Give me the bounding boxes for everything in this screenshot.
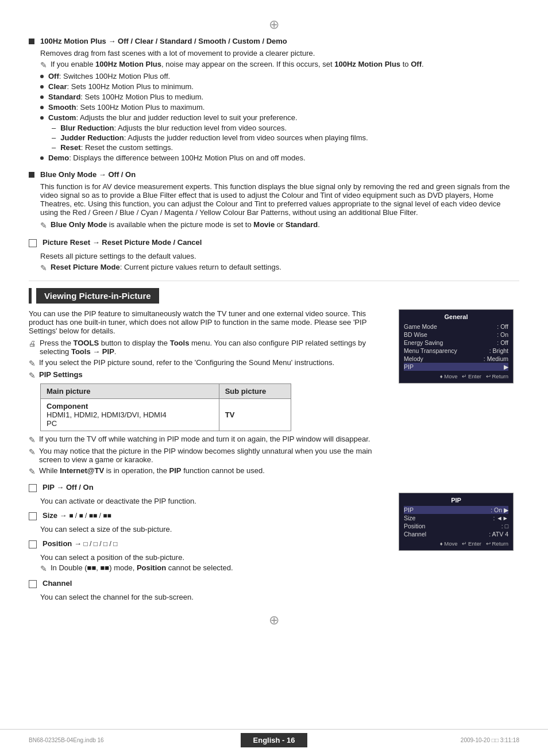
- motion-plus-subtitle: Removes drag from fast scenes with a lot…: [40, 49, 519, 57]
- pip-ui-panels: General Game Mode: Off BD Wise: On Energ…: [399, 309, 519, 551]
- page: ⊕ 100Hz Motion Plus → Off / Clear / Stan…: [0, 0, 548, 756]
- motion-plus-section: 100Hz Motion Plus → Off / Clear / Standa…: [29, 37, 519, 162]
- checkbox-bullet-4: [29, 540, 37, 548]
- size-body: You can select a size of the sub-picture…: [40, 525, 387, 534]
- pip-content: You can use the PIP feature to simultane…: [29, 309, 387, 601]
- pip-panel-title: PIP: [404, 497, 508, 504]
- pip-table-sub-cell: TV: [219, 399, 291, 431]
- compass-top-decoration: ⊕: [29, 17, 519, 32]
- panel-row-energy: Energy Saving: Off: [404, 339, 508, 347]
- square-bullet: [29, 39, 34, 44]
- note-pencil-icon: ✎: [40, 60, 47, 70]
- checkbox-bullet-5: [29, 580, 37, 588]
- note-pencil-icon-2: ✎: [40, 221, 47, 230]
- pip-panel-row-position: Position: □: [404, 522, 508, 530]
- square-bullet-2: [29, 172, 34, 178]
- pip-table-header-main: Main picture: [41, 384, 219, 399]
- pip-off-on-header: PIP → Off / On: [29, 483, 387, 492]
- pip-panel-row-pip: PIP: On ▶: [404, 506, 508, 514]
- motion-plus-title: 100Hz Motion Plus → Off / Clear / Standa…: [40, 37, 287, 45]
- checkbox-bullet-2: [29, 484, 37, 492]
- picture-reset-title: Picture Reset → Reset Picture Mode / Can…: [43, 238, 202, 247]
- bullet-demo: Demo: Displays the difference between 10…: [40, 153, 519, 162]
- note-pencil-icon-6: ✎: [29, 435, 36, 444]
- picture-reset-section: Picture Reset → Reset Picture Mode / Can…: [29, 238, 519, 273]
- bullet-custom: Custom: Adjusts the blur and judder redu…: [40, 113, 519, 122]
- position-title: Position →: [43, 539, 82, 548]
- pip-panel-row-size: Size: ◄►: [404, 514, 508, 522]
- compass-icon-top: ⊕: [269, 17, 279, 32]
- compass-icon-bottom: ⊕: [269, 613, 279, 628]
- pip-off-on-title: PIP → Off / On: [43, 483, 94, 492]
- dash-judder: – Judder Reduction: Adjusts the judder r…: [52, 133, 519, 142]
- pip-table-main-cell: Component HDMI1, HDMI2, HDMI3/DVI, HDMI4…: [41, 399, 219, 431]
- blue-only-title: Blue Only Mode → Off / On: [40, 170, 136, 179]
- checkbox-bullet-3: [29, 512, 37, 520]
- pip-note5: ✎ While Internet@TV is in operation, the…: [29, 466, 387, 476]
- size-header: Size → ■ / ■ / ■■ / ■■: [29, 511, 387, 520]
- size-section: Size → ■ / ■ / ■■ / ■■ You can select a …: [29, 511, 387, 534]
- pip-note1: 🖨 Press the TOOLS button to display the …: [29, 339, 387, 356]
- position-header: Position → □ / □ / □ / □: [29, 539, 387, 548]
- general-panel: General Game Mode: Off BD Wise: On Energ…: [399, 309, 514, 383]
- panel-row-melody: Melody: Medium: [404, 355, 508, 363]
- blue-only-header: Blue Only Mode → Off / On: [29, 170, 519, 179]
- size-title: Size →: [43, 511, 67, 520]
- compass-bottom-decoration: ⊕: [29, 613, 519, 628]
- pip-panel-row-channel: Channel: ATV 4: [404, 530, 508, 538]
- footer: BN68-02325B-04Eng.indb 16 English - 16 2…: [0, 729, 548, 747]
- blue-only-section: Blue Only Mode → Off / On This function …: [29, 170, 519, 230]
- general-panel-nav: ♦ Move ↵ Enter ↩ Return: [404, 373, 508, 379]
- pip-note4: ✎ You may notice that the picture in the…: [29, 447, 387, 464]
- pip-section-header: Viewing Picture-in-Picture: [29, 288, 519, 304]
- channel-header: Channel: [29, 579, 387, 588]
- footer-right: 2009-10-20 □□ 3:11:18: [461, 737, 519, 743]
- motion-plus-header: 100Hz Motion Plus → Off / Clear / Standa…: [29, 37, 519, 45]
- position-section: Position → □ / □ / □ / □ You can select …: [29, 539, 387, 573]
- picture-reset-note: ✎ Reset Picture Mode: Current picture va…: [40, 263, 519, 273]
- position-note: ✎ In Double (■■, ■■) mode, Position cann…: [40, 563, 387, 573]
- footer-center: English - 16: [241, 733, 308, 747]
- blue-only-note: ✎ Blue Only Mode is available when the p…: [40, 220, 519, 230]
- pip-layout: You can use the PIP feature to simultane…: [29, 309, 519, 601]
- blue-only-body: This function is for AV device measureme…: [40, 182, 519, 217]
- panel-row-game-mode: Game Mode: Off: [404, 323, 508, 331]
- note-pencil-icon-4: ✎: [29, 359, 36, 368]
- channel-title: Channel: [43, 579, 72, 588]
- pip-panel: PIP PIP: On ▶ Size: ◄► Position: □ Chann…: [399, 493, 514, 551]
- picture-reset-header: Picture Reset → Reset Picture Mode / Can…: [29, 238, 519, 247]
- picture-reset-body: Resets all picture settings to the defau…: [40, 252, 519, 260]
- pip-section-title: Viewing Picture-in-Picture: [36, 288, 159, 304]
- dash-blur: – Blur Reduction: Adjusts the blur reduc…: [52, 124, 519, 132]
- pip-off-on-body: You can activate or deactivate the PIP f…: [40, 497, 387, 505]
- panel-row-bd-wise: BD Wise: On: [404, 331, 508, 339]
- checkbox-bullet-icon: [29, 239, 37, 247]
- note-pencil-icon-7: ✎: [29, 447, 36, 456]
- pip-settings-label: ✎ PIP Settings: [29, 370, 387, 380]
- channel-body: You can select the channel for the sub-s…: [40, 593, 387, 601]
- note-pencil-icon-3: ✎: [40, 263, 47, 273]
- note-pencil-icon-8: ✎: [29, 467, 36, 476]
- pip-table: Main picture Sub picture Component HDMI1…: [40, 383, 291, 431]
- section-divider: [29, 281, 519, 281]
- pip-off-on-section: PIP → Off / On You can activate or deact…: [29, 483, 387, 505]
- pip-panel-nav: ♦ Move ↵ Enter ↩ Return: [404, 540, 508, 547]
- position-body: You can select a position of the sub-pic…: [40, 553, 387, 562]
- pip-table-header-sub: Sub picture: [219, 384, 291, 399]
- note-printer-icon: 🖨: [29, 339, 36, 348]
- bullet-smooth: Smooth: Sets 100Hz Motion Plus to maximu…: [40, 103, 519, 112]
- dash-reset: – Reset: Reset the custom settings.: [52, 143, 519, 152]
- pip-table-row: Component HDMI1, HDMI2, HDMI3/DVI, HDMI4…: [41, 399, 291, 431]
- bullet-clear: Clear: Sets 100Hz Motion Plus to minimum…: [40, 82, 519, 91]
- general-panel-title: General: [404, 313, 508, 320]
- note-pencil-icon-5: ✎: [29, 371, 36, 380]
- channel-section: Channel You can select the channel for t…: [29, 579, 387, 601]
- panel-row-pip: PIP▶: [404, 363, 508, 371]
- footer-left: BN68-02325B-04Eng.indb 16: [29, 737, 104, 743]
- note-pencil-icon-9: ✎: [40, 564, 47, 573]
- pip-intro: You can use the PIP feature to simultane…: [29, 309, 387, 335]
- pip-section: Viewing Picture-in-Picture You can use t…: [29, 288, 519, 601]
- bullet-off: Off: Switches 100Hz Motion Plus off.: [40, 72, 519, 80]
- pip-note2: ✎ If you select the PIP picture sound, r…: [29, 358, 387, 368]
- panel-row-transparency: Menu Transparency: Bright: [404, 347, 508, 355]
